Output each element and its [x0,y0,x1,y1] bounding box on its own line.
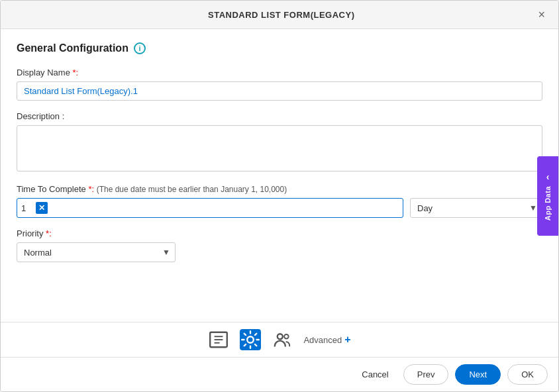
time-to-complete-group: Time To Complete *: (The due date must b… [17,184,542,218]
time-complete-row: 1 ✕ Day Week Month Year ▼ [17,198,542,218]
time-input-value: 1 [21,203,32,213]
modal-header: STANDARD LIST FORM(LEGACY) × [1,1,558,29]
cancel-button[interactable]: Cancel [354,365,396,384]
description-label: Description : [17,111,542,121]
modal-footer: Cancel Prev Next OK [1,357,558,391]
display-name-label: Display Name *: [17,68,542,77]
advanced-add-icon: + [344,334,350,346]
time-input-wrapper: 1 ✕ [17,198,403,218]
display-name-input[interactable] [17,81,542,101]
modal-wrapper: STANDARD LIST FORM(LEGACY) × General Con… [0,0,559,392]
people-icon-button[interactable] [272,329,293,350]
description-textarea[interactable] [17,125,542,172]
svg-point-5 [278,334,283,339]
next-button[interactable]: Next [455,364,501,385]
advanced-label: Advanced [303,335,342,345]
time-required: *: [88,184,96,194]
gear-icon [240,329,261,350]
advanced-button[interactable]: Advanced + [303,334,350,346]
modal-body: General Configuration i Display Name *: … [1,29,558,322]
ok-button[interactable]: OK [507,364,548,385]
description-group: Description : [17,111,542,173]
display-name-group: Display Name *: [17,68,542,101]
info-icon[interactable]: i [134,42,146,54]
time-note: (The due date must be earlier than Janua… [97,185,287,194]
priority-group: Priority *: Normal Low Medium High ▼ [17,228,542,262]
priority-label: Priority *: [17,228,542,238]
section-title-row: General Configuration i [17,42,542,54]
day-select[interactable]: Day Week Month Year [410,198,542,218]
prev-button[interactable]: Prev [403,364,449,385]
people-icon [272,329,293,350]
modal: STANDARD LIST FORM(LEGACY) × General Con… [0,0,559,392]
list-icon [208,329,229,350]
priority-required: *: [46,228,52,238]
time-clear-button[interactable]: ✕ [36,202,48,214]
day-select-wrapper: Day Week Month Year ▼ [410,198,542,218]
list-icon-button[interactable] [208,329,229,350]
close-button[interactable]: × [535,7,548,22]
priority-select[interactable]: Normal Low Medium High [17,242,176,262]
display-name-required: *: [73,68,79,77]
svg-point-4 [248,336,254,343]
svg-point-6 [285,334,289,338]
app-data-tab[interactable]: ‹ App Data [537,156,558,236]
gear-icon-button[interactable] [240,329,261,350]
app-data-chevron-icon: ‹ [546,172,550,182]
app-data-label: App Data [544,186,552,220]
priority-select-wrapper: Normal Low Medium High ▼ [17,242,176,262]
section-title-text: General Configuration [17,42,128,54]
modal-toolbar: Advanced + [1,322,558,357]
time-complete-label: Time To Complete *: (The due date must b… [17,184,542,194]
modal-title: STANDARD LIST FORM(LEGACY) [27,10,535,20]
